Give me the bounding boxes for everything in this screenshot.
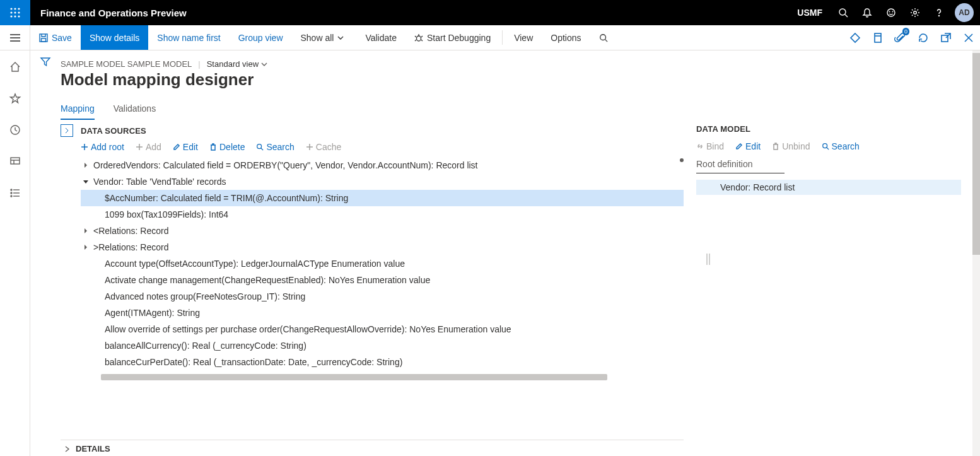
dm-edit-button[interactable]: Edit	[735, 141, 761, 151]
global-topbar: Finance and Operations Preview USMF AD	[0, 0, 980, 25]
ds-add-root-button[interactable]: Add root	[81, 142, 124, 152]
close-page-button[interactable]	[957, 25, 980, 50]
ds-search-button[interactable]: Search	[256, 142, 294, 152]
app-launcher-button[interactable]	[0, 0, 30, 25]
tree-node[interactable]: balanceCurPerDate(): Real (_transactionD…	[81, 354, 684, 370]
tab-validations[interactable]: Validations	[114, 100, 156, 120]
feedback-button[interactable]	[879, 0, 903, 25]
view-selector[interactable]: Standard view	[207, 59, 267, 69]
popout-icon	[941, 33, 951, 43]
page-title: Model mapping designer	[61, 70, 957, 90]
company-label[interactable]: USMF	[788, 8, 831, 18]
global-search-button[interactable]	[831, 0, 855, 25]
tree-node[interactable]: balanceAllCurrency(): Real (_currencyCod…	[81, 337, 684, 354]
show-details-button[interactable]: Show details	[81, 25, 148, 50]
tree-node[interactable]: Advanced notes group(FreeNotesGroup_IT):…	[81, 288, 684, 305]
validate-button[interactable]: Validate	[356, 25, 405, 50]
svg-point-12	[889, 11, 890, 12]
tree-node-label: Agent(ITMAgent): String	[93, 308, 200, 318]
twisty-collapsed-icon[interactable]	[81, 245, 91, 250]
link-icon	[696, 143, 704, 150]
notifications-button[interactable]	[855, 0, 879, 25]
data-sources-panel: DATA SOURCES Add root Add Edit Delete Se…	[61, 124, 684, 440]
tree-node[interactable]: OrderedVendors: Calculated field = ORDER…	[81, 157, 684, 173]
user-avatar[interactable]: AD	[955, 3, 974, 22]
ds-delete-button[interactable]: Delete	[209, 142, 245, 152]
list-icon	[9, 187, 21, 199]
tree-node[interactable]: Vendor: Table 'VendTable' records	[81, 173, 684, 190]
tree-node-label: >Relations: Record	[93, 242, 168, 252]
pencil-icon	[735, 143, 743, 150]
show-all-dropdown[interactable]: Show all	[292, 25, 357, 50]
svg-point-27	[600, 34, 605, 40]
start-debugging-button[interactable]: Start Debugging	[405, 25, 499, 50]
dm-search-button[interactable]: Search	[822, 141, 860, 151]
user-options-button[interactable]	[844, 25, 866, 50]
nav-recent[interactable]	[5, 120, 25, 140]
tree-node-label: Activate change management(ChangeRequest…	[93, 275, 430, 285]
tree-node[interactable]: $AccNumber: Calculated field = TRIM(@.Ac…	[81, 190, 684, 206]
svg-point-4	[14, 11, 16, 13]
svg-point-2	[18, 8, 20, 9]
tree-node[interactable]: Agent(ITMAgent): String	[81, 305, 684, 321]
search-icon	[822, 143, 829, 150]
search-icon	[838, 8, 848, 18]
details-section-toggle[interactable]: DETAILS	[61, 440, 961, 456]
twisty-collapsed-icon[interactable]	[81, 163, 91, 168]
tree-node[interactable]: Activate change management(ChangeRequest…	[81, 272, 684, 288]
refresh-button[interactable]	[912, 25, 935, 50]
tree-node[interactable]: Allow override of settings per purchase …	[81, 321, 684, 337]
svg-point-3	[10, 11, 12, 13]
tab-mapping[interactable]: Mapping	[61, 100, 95, 120]
chevron-down-icon	[261, 61, 267, 67]
page-options-button[interactable]	[866, 25, 889, 50]
nav-favorites[interactable]	[5, 88, 25, 108]
svg-rect-29	[875, 33, 881, 42]
root-definition-field[interactable]	[696, 173, 785, 173]
tree-node[interactable]: <Relations: Record	[81, 223, 684, 239]
actionbar-search-button[interactable]	[590, 25, 621, 50]
twisty-collapsed-icon[interactable]	[81, 228, 91, 233]
ds-edit-button[interactable]: Edit	[173, 142, 198, 152]
svg-line-28	[605, 39, 607, 42]
types-pane-toggle[interactable]	[61, 124, 73, 137]
debug-icon	[414, 33, 423, 42]
app-title: Finance and Operations Preview	[30, 8, 197, 18]
help-icon	[934, 8, 944, 18]
tree-node[interactable]: Account type(OffsetAccountType): LedgerJ…	[81, 255, 684, 272]
attachments-button[interactable]: 0	[889, 25, 912, 50]
trash-icon	[209, 143, 217, 151]
svg-line-10	[845, 15, 848, 17]
nav-home[interactable]	[5, 57, 25, 77]
column-splitter[interactable]	[704, 254, 713, 265]
popout-button[interactable]	[935, 25, 957, 50]
plus-icon	[136, 143, 143, 151]
data-model-panel: DATA MODEL Bind Edit Unbind Search Root …	[696, 124, 961, 440]
show-name-first-button[interactable]: Show name first	[148, 25, 229, 50]
grip-icon	[706, 254, 710, 265]
svg-point-7	[14, 15, 16, 17]
filter-pane-toggle[interactable]	[30, 50, 61, 456]
view-menu[interactable]: View	[505, 25, 542, 50]
tree-node[interactable]: 1099 box(Tax1099Fields): Int64	[81, 206, 684, 223]
svg-point-41	[11, 192, 12, 194]
dm-unbind-button: Unbind	[772, 141, 810, 151]
tree-node[interactable]: >Relations: Record	[81, 239, 684, 255]
settings-button[interactable]	[903, 0, 927, 25]
tree-node-label: Allow override of settings per purchase …	[93, 324, 511, 334]
svg-point-49	[257, 144, 262, 149]
twisty-expanded-icon[interactable]	[81, 179, 91, 184]
nav-workspaces[interactable]	[5, 151, 25, 172]
nav-modules[interactable]	[5, 183, 25, 203]
group-view-button[interactable]: Group view	[230, 25, 292, 50]
svg-point-5	[18, 11, 20, 13]
data-model-node[interactable]: Vendor: Record list	[696, 180, 961, 195]
svg-line-56	[826, 148, 828, 149]
options-menu[interactable]: Options	[542, 25, 590, 50]
help-button[interactable]	[927, 0, 951, 25]
page-scrollbar[interactable]	[972, 50, 980, 456]
save-button[interactable]: Save	[30, 25, 81, 50]
nav-toggle-button[interactable]	[0, 25, 30, 50]
tree-node-label: Account type(OffsetAccountType): LedgerJ…	[93, 259, 405, 269]
horizontal-scrollbar[interactable]	[101, 374, 607, 380]
